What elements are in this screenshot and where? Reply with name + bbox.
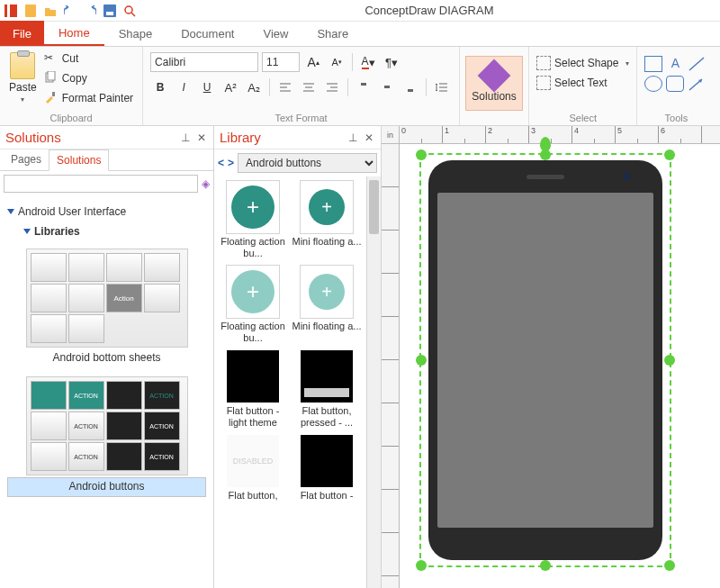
library-item[interactable]: DISABLEDFlat button, xyxy=(218,434,288,515)
align-center-button[interactable] xyxy=(299,77,319,97)
select-shape-icon xyxy=(536,56,551,70)
font-color-button[interactable]: A▾ xyxy=(358,52,378,72)
select-text-label: Select Text xyxy=(554,77,607,89)
solutions-gallery-icon[interactable]: ◈ xyxy=(202,177,210,190)
drawing-surface[interactable] xyxy=(400,144,720,588)
library-item[interactable]: +Mini floating a... xyxy=(292,180,362,261)
resize-handle[interactable] xyxy=(664,355,675,366)
tree-root-label: Android User Interface xyxy=(18,205,126,218)
collapse-icon xyxy=(23,229,31,234)
solutions-search-input[interactable] xyxy=(4,175,198,193)
arrow-tool[interactable] xyxy=(688,76,706,92)
svg-line-6 xyxy=(131,13,135,16)
grow-font-button[interactable]: A▴ xyxy=(303,52,323,72)
search-icon[interactable] xyxy=(122,4,137,18)
subscript-button[interactable]: A₂ xyxy=(244,77,264,97)
align-right-button[interactable] xyxy=(322,77,342,97)
resize-handle[interactable] xyxy=(416,355,427,366)
library-thumbnail-buttons[interactable]: ACTIONACTION ACTIONACTION ACTIONACTION xyxy=(26,376,188,475)
tab-share[interactable]: Share xyxy=(302,21,363,46)
pin-icon[interactable]: ⊥ xyxy=(179,131,192,144)
flat-button-icon: DISABLED xyxy=(227,435,279,487)
fab-icon: + xyxy=(309,189,345,225)
library-selector[interactable]: Android buttons xyxy=(238,153,377,173)
paste-label: Paste xyxy=(9,81,37,94)
shrink-font-button[interactable]: A▾ xyxy=(327,52,346,72)
tab-home[interactable]: Home xyxy=(44,21,104,46)
copy-button[interactable]: Copy xyxy=(42,70,135,86)
chevron-down-icon: ▾ xyxy=(21,95,24,104)
cut-button[interactable]: ✂Cut xyxy=(42,50,135,67)
pin-icon[interactable]: ⊥ xyxy=(346,131,359,144)
library-next-button[interactable]: > xyxy=(228,157,234,169)
tab-view[interactable]: View xyxy=(248,21,302,46)
app-icon xyxy=(4,4,18,18)
tab-shape[interactable]: Shape xyxy=(104,21,167,46)
resize-handle[interactable] xyxy=(540,560,551,571)
select-shape-button[interactable]: Select Shape▾ xyxy=(536,56,629,70)
horizontal-ruler: 0 1 2 3 4 5 6 xyxy=(400,126,720,144)
subtab-solutions[interactable]: Solutions xyxy=(49,149,109,171)
ribbon-group-solutions: Solutions xyxy=(460,47,529,125)
align-bottom-button[interactable] xyxy=(400,77,420,97)
line-tool[interactable] xyxy=(688,56,706,72)
library-items: +Floating action bu... +Mini floating a.… xyxy=(214,176,366,588)
bold-button[interactable]: B xyxy=(150,77,170,97)
library-item[interactable]: +Mini floating a... xyxy=(292,265,362,346)
solutions-subtabs: Pages Solutions xyxy=(0,149,213,171)
solutions-button[interactable]: Solutions xyxy=(465,56,523,111)
paragraph-button[interactable]: ¶▾ xyxy=(382,52,401,72)
ellipse-tool[interactable] xyxy=(644,76,662,92)
subtab-pages[interactable]: Pages xyxy=(4,149,49,170)
underline-button[interactable]: U xyxy=(197,77,217,97)
select-text-button[interactable]: Select Text xyxy=(536,76,629,90)
tree-item-android-ui[interactable]: Android User Interface xyxy=(7,202,206,222)
align-middle-button[interactable] xyxy=(377,77,397,97)
library-item[interactable]: +Floating action bu... xyxy=(218,180,288,261)
library-item[interactable]: Flat button - xyxy=(292,434,362,515)
close-icon[interactable]: ✕ xyxy=(195,131,208,144)
resize-handle[interactable] xyxy=(664,149,675,160)
new-doc-icon[interactable] xyxy=(23,4,38,18)
superscript-button[interactable]: A² xyxy=(220,77,240,97)
svg-rect-1 xyxy=(7,5,10,17)
font-size-select[interactable] xyxy=(262,52,300,72)
paste-button[interactable]: Paste ▾ xyxy=(7,50,39,106)
tree-item-libraries[interactable]: Libraries xyxy=(7,222,206,241)
ribbon-group-clipboard: Paste ▾ ✂Cut Copy Format Painter Clipboa… xyxy=(0,47,143,125)
font-select[interactable] xyxy=(150,52,258,72)
resize-handle[interactable] xyxy=(416,560,427,571)
svg-rect-0 xyxy=(4,5,17,17)
library-thumbnail-bottom-sheets[interactable]: Action xyxy=(26,249,188,348)
close-icon[interactable]: ✕ xyxy=(363,131,375,144)
library-item[interactable]: Flat button - light theme xyxy=(218,349,288,430)
text-tool[interactable]: A xyxy=(666,56,684,72)
phone-shape[interactable] xyxy=(428,160,662,560)
library-item[interactable]: Flat button, pressed - ... xyxy=(292,349,362,430)
rectangle-tool[interactable] xyxy=(644,56,662,72)
scrollbar-thumb[interactable] xyxy=(369,180,379,234)
svg-rect-4 xyxy=(106,12,113,15)
save-icon[interactable] xyxy=(103,4,117,18)
undo-icon[interactable] xyxy=(63,4,77,18)
ribbon-group-select: Select Shape▾ Select Text Select xyxy=(529,47,637,125)
file-tab[interactable]: File xyxy=(0,21,44,46)
svg-point-5 xyxy=(125,6,132,14)
italic-button[interactable]: I xyxy=(174,77,194,97)
align-left-button[interactable] xyxy=(275,77,295,97)
align-top-button[interactable] xyxy=(354,77,374,97)
flat-button-icon xyxy=(301,350,353,403)
redo-icon[interactable] xyxy=(83,4,97,18)
line-spacing-button[interactable] xyxy=(432,77,452,97)
library-item[interactable]: +Floating action bu... xyxy=(218,265,288,346)
tab-document[interactable]: Document xyxy=(166,21,248,46)
rounded-rect-tool[interactable] xyxy=(666,76,684,92)
resize-handle[interactable] xyxy=(664,560,675,571)
library-scrollbar[interactable] xyxy=(366,176,381,588)
format-painter-button[interactable]: Format Painter xyxy=(42,90,135,106)
open-icon[interactable] xyxy=(43,4,58,18)
select-group-label: Select xyxy=(536,111,629,123)
resize-handle[interactable] xyxy=(416,149,427,160)
resize-handle[interactable] xyxy=(540,149,551,160)
library-prev-button[interactable]: < xyxy=(218,157,224,169)
